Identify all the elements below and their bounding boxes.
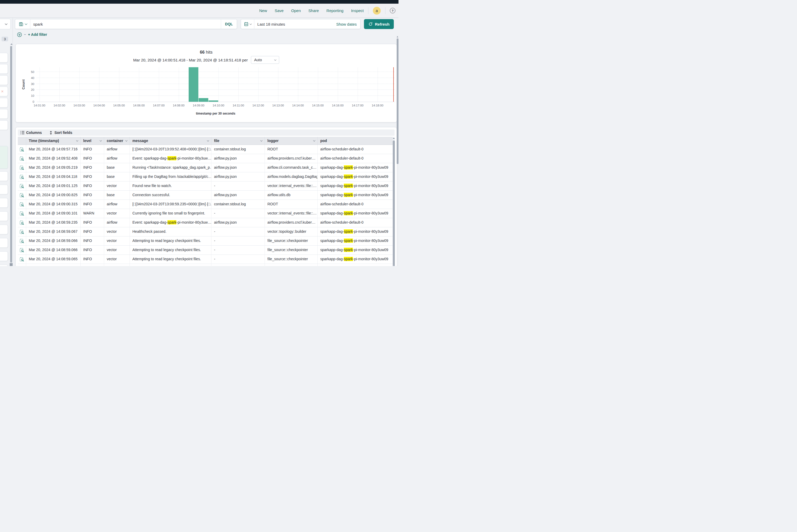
query-language-button[interactable]: DQL bbox=[221, 19, 237, 29]
hits-word: hits bbox=[206, 50, 213, 54]
expand-document-icon[interactable] bbox=[20, 175, 24, 179]
header-level[interactable]: level bbox=[80, 137, 104, 145]
field-card[interactable] bbox=[0, 238, 8, 248]
y-tick-label: 40 bbox=[31, 76, 34, 80]
cell-time: Mar 20, 2024 @ 14:08:59.065 bbox=[26, 255, 80, 264]
text-segment: Filling up the DagBag from /stackable/ap… bbox=[132, 174, 211, 179]
expand-document-icon[interactable] bbox=[20, 202, 24, 207]
expand-document-icon[interactable] bbox=[20, 230, 24, 234]
cell-pod: sparkapp-dag-spark-pi-monitor-80y3uw09 bbox=[318, 264, 394, 266]
x-gridline bbox=[159, 67, 159, 102]
field-card[interactable] bbox=[0, 146, 8, 169]
sidebar-scrollbar-end[interactable] bbox=[10, 263, 13, 266]
header-file[interactable]: file bbox=[211, 137, 265, 145]
expand-document-icon[interactable] bbox=[20, 156, 24, 161]
add-filter-button[interactable]: + Add filter bbox=[28, 33, 47, 37]
x-gridline bbox=[278, 67, 278, 102]
cell-file: container.stdout.log bbox=[211, 200, 265, 209]
columns-button[interactable]: Columns bbox=[20, 131, 42, 135]
expand-document-icon[interactable] bbox=[20, 147, 24, 152]
interval-select[interactable]: Auto bbox=[251, 56, 279, 64]
highlighted-text: spark bbox=[167, 220, 177, 224]
page-scrollbar[interactable] bbox=[397, 35, 398, 266]
cell-logger: airflow.cli.commands.task_c… bbox=[265, 163, 318, 172]
cell-container: vector bbox=[104, 182, 130, 190]
field-card[interactable] bbox=[0, 211, 8, 221]
nav-share[interactable]: Share bbox=[309, 8, 319, 13]
header-container[interactable]: container bbox=[104, 137, 130, 145]
table-scrollbar-thumb[interactable] bbox=[393, 140, 395, 266]
histogram-bar[interactable] bbox=[189, 67, 198, 102]
expand-document-icon[interactable] bbox=[20, 239, 24, 243]
field-card[interactable] bbox=[0, 225, 8, 234]
histogram-bar[interactable] bbox=[208, 100, 218, 102]
sort-fields-button[interactable]: Sort fields bbox=[49, 131, 72, 135]
x-gridline bbox=[99, 67, 99, 102]
filter-icon[interactable] bbox=[17, 32, 22, 37]
field-card[interactable] bbox=[0, 198, 8, 208]
nav-open[interactable]: Open bbox=[291, 8, 301, 13]
header-message[interactable]: message bbox=[130, 137, 211, 145]
time-range-label[interactable]: Last 18 minutes bbox=[254, 22, 285, 26]
field-card[interactable] bbox=[0, 53, 8, 62]
expand-document-icon[interactable] bbox=[20, 257, 24, 262]
refresh-icon bbox=[368, 22, 373, 26]
sidebar-scrollbar[interactable] bbox=[10, 46, 12, 263]
expand-document-icon[interactable] bbox=[20, 193, 24, 197]
chevron-down-icon bbox=[25, 22, 27, 25]
histogram-panel: 66 hits Mar 20, 2024 @ 14:00:51.418 - Ma… bbox=[16, 44, 397, 122]
table-scrollbar[interactable] bbox=[393, 137, 395, 266]
sidebar-collapse-button[interactable] bbox=[0, 19, 11, 29]
date-picker-menu-button[interactable] bbox=[241, 19, 254, 29]
avatar[interactable]: a bbox=[373, 7, 381, 15]
text-segment: -pi-monitor-80y3uw09 bbox=[353, 165, 388, 170]
text-segment: Healthcheck passed. bbox=[132, 229, 166, 233]
cell-expand bbox=[18, 145, 26, 154]
scroll-up-arrow-icon[interactable] bbox=[11, 43, 13, 45]
cell-level: INFO bbox=[80, 145, 104, 154]
x-gridline bbox=[59, 67, 60, 102]
search-query-input[interactable]: spark bbox=[30, 22, 221, 26]
field-card[interactable] bbox=[0, 265, 8, 266]
help-icon[interactable]: ? bbox=[390, 8, 395, 13]
nav-reporting[interactable]: Reporting bbox=[327, 8, 344, 13]
x-gridline bbox=[119, 67, 119, 102]
header-logger[interactable]: logger bbox=[265, 137, 318, 145]
cell-message: Attempting to read legacy checkpoint fil… bbox=[130, 255, 211, 264]
cell-expand bbox=[18, 182, 26, 190]
histogram-bar[interactable] bbox=[199, 98, 208, 102]
field-card[interactable] bbox=[0, 109, 8, 119]
expand-document-icon[interactable] bbox=[20, 221, 24, 225]
field-card[interactable] bbox=[0, 120, 8, 130]
field-card[interactable] bbox=[0, 98, 8, 108]
expand-document-icon[interactable] bbox=[20, 211, 24, 216]
cell-level: INFO bbox=[80, 163, 104, 172]
histogram-figure: Count 14:01:0014:02:0014:03:0014:04:0014… bbox=[16, 64, 397, 118]
field-card[interactable] bbox=[0, 171, 8, 181]
field-card[interactable] bbox=[0, 64, 8, 74]
refresh-button[interactable]: Refresh bbox=[364, 19, 394, 29]
header-file-label: file bbox=[214, 139, 219, 143]
expand-document-icon[interactable] bbox=[20, 248, 24, 252]
x-gridline bbox=[199, 67, 199, 102]
expand-document-icon[interactable] bbox=[20, 166, 24, 170]
page-scrollbar-thumb[interactable] bbox=[397, 38, 398, 164]
cell-container: base bbox=[104, 191, 130, 200]
nav-inspect[interactable]: Inspect bbox=[351, 8, 364, 13]
field-card[interactable] bbox=[0, 75, 8, 85]
field-card[interactable] bbox=[0, 251, 8, 261]
text-segment: Attempting to read legacy checkpoint fil… bbox=[132, 248, 201, 252]
table-row: Mar 20, 2024 @ 14:08:59.066 INFO vector … bbox=[18, 246, 394, 255]
field-card[interactable] bbox=[0, 185, 8, 194]
cell-file: airflow.py.json bbox=[211, 163, 265, 172]
show-dates-button[interactable]: Show dates bbox=[336, 22, 360, 26]
nav-new[interactable]: New bbox=[259, 8, 267, 13]
saved-query-menu-button[interactable] bbox=[15, 19, 30, 29]
expand-document-icon[interactable] bbox=[20, 184, 24, 188]
remove-icon[interactable]: × bbox=[1, 89, 4, 94]
field-card[interactable]: × bbox=[0, 87, 8, 96]
header-pod[interactable]: pod bbox=[318, 137, 394, 145]
nav-save[interactable]: Save bbox=[275, 8, 284, 13]
highlighted-text: spark bbox=[344, 193, 353, 197]
header-time[interactable]: Time (timestamp) bbox=[26, 137, 80, 145]
